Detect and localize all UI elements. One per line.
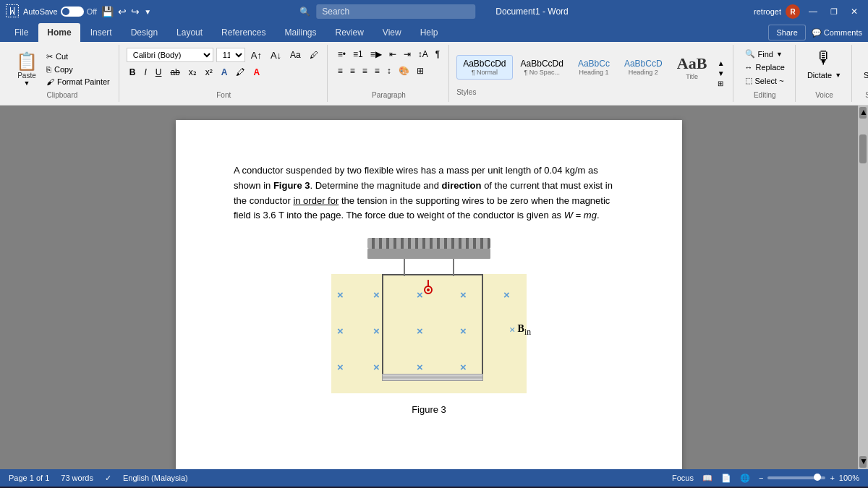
status-bar-right: Focus 📖 📄 🌐 − + 100% bbox=[672, 474, 859, 483]
close-button[interactable]: ✕ bbox=[846, 5, 862, 18]
copy-button[interactable]: ⎘ Copy bbox=[43, 64, 113, 75]
paste-dropdown[interactable]: ▼ bbox=[24, 80, 30, 87]
styles-content: AaBbCcDd ¶ Normal AaBbCcDd ¶ No Spac... … bbox=[456, 51, 713, 97]
tab-view[interactable]: View bbox=[374, 23, 410, 42]
borders-button[interactable]: ⊞ bbox=[414, 64, 427, 77]
line-spacing-button[interactable]: ↕ bbox=[384, 64, 394, 77]
scroll-thumb[interactable] bbox=[859, 134, 867, 163]
redo-icon[interactable]: ↪ bbox=[131, 6, 140, 17]
copy-icon: ⎘ bbox=[46, 65, 51, 74]
align-left-button[interactable]: ≡ bbox=[335, 64, 346, 77]
text-highlight-button[interactable]: 🖍 bbox=[233, 66, 247, 79]
document-scroll[interactable]: A conductor suspended by two flexible wi… bbox=[0, 106, 858, 469]
styles-group-label-row: Styles bbox=[456, 87, 713, 97]
style-normal[interactable]: AaBbCcDd ¶ Normal bbox=[456, 55, 512, 80]
zoom-out-button[interactable]: − bbox=[759, 474, 763, 482]
title-center: 🔍 Document1 - Word bbox=[299, 4, 568, 19]
ribbon: File Home Insert Design Layout Reference… bbox=[0, 23, 868, 42]
font-size-select[interactable]: 11 bbox=[216, 48, 245, 62]
print-layout-icon[interactable]: 📄 bbox=[721, 474, 731, 483]
document-text[interactable]: A conductor suspended by two flexible wi… bbox=[234, 163, 624, 223]
style-heading2[interactable]: AaBbCcD Heading 2 bbox=[618, 55, 669, 80]
minimize-button[interactable]: — bbox=[804, 5, 822, 18]
tab-design[interactable]: Design bbox=[122, 23, 166, 42]
align-right-button[interactable]: ≡ bbox=[359, 64, 370, 77]
share-button[interactable]: Share bbox=[768, 25, 805, 40]
numbering-button[interactable]: ≡1 bbox=[350, 48, 366, 61]
word-logo-icon: 🇼 bbox=[6, 4, 19, 20]
grow-font-button[interactable]: A↑ bbox=[248, 48, 265, 62]
dictate-button[interactable]: Dictate ▼ bbox=[803, 69, 846, 81]
dictate-icon[interactable]: 🎙 bbox=[815, 48, 833, 68]
search-input[interactable] bbox=[316, 4, 475, 19]
tab-insert[interactable]: Insert bbox=[82, 23, 121, 42]
select-button[interactable]: ⬚ Select ~ bbox=[741, 74, 788, 87]
restore-button[interactable]: ❐ bbox=[826, 6, 842, 18]
tab-home[interactable]: Home bbox=[38, 23, 80, 42]
style-no-spacing[interactable]: AaBbCcDd ¶ No Spac... bbox=[514, 55, 570, 80]
subscript-button[interactable]: x₂ bbox=[186, 66, 200, 79]
zoom-control: − + 100% bbox=[759, 474, 859, 482]
save-icon[interactable]: 💾 bbox=[101, 6, 114, 17]
replace-icon: ↔ bbox=[745, 63, 753, 72]
italic-button[interactable]: I bbox=[141, 66, 149, 79]
style-heading1[interactable]: AaBbCc Heading 1 bbox=[571, 55, 616, 80]
zoom-in-button[interactable]: + bbox=[830, 474, 834, 482]
tab-review[interactable]: Review bbox=[326, 23, 372, 42]
dictate-dropdown[interactable]: ▼ bbox=[835, 72, 841, 79]
find-button[interactable]: 🔍 Find ▼ bbox=[741, 48, 787, 60]
sensitivity-button[interactable]: Sensitivity bbox=[859, 69, 868, 81]
bin-x-mark: × bbox=[509, 324, 516, 336]
format-painter-button[interactable]: 🖌 Format Painter bbox=[43, 76, 113, 87]
page-info: Page 1 of 1 bbox=[9, 474, 49, 483]
ribbon-content: 📋 Paste ▼ ✂ Cut ⎘ Copy 🖌 Format Painter bbox=[0, 42, 868, 106]
font-row2: B I U ab x₂ x² A 🖍 A bbox=[127, 66, 263, 79]
font-color-button[interactable]: A bbox=[250, 66, 263, 79]
increase-indent-button[interactable]: ⇥ bbox=[401, 48, 414, 61]
focus-button[interactable]: Focus bbox=[672, 474, 694, 482]
shading-button[interactable]: 🎨 bbox=[396, 64, 412, 77]
multilevel-button[interactable]: ≡▶ bbox=[367, 48, 385, 61]
align-center-button[interactable]: ≡ bbox=[347, 64, 358, 77]
tab-file[interactable]: File bbox=[6, 23, 37, 42]
scroll-down-arrow[interactable]: ▼ bbox=[859, 456, 867, 468]
cut-button[interactable]: ✂ Cut bbox=[43, 51, 113, 63]
sort-button[interactable]: ↕A bbox=[415, 48, 431, 61]
paste-button[interactable]: 📋 Paste ▼ bbox=[12, 48, 42, 90]
style-title[interactable]: AaB Title bbox=[671, 51, 714, 84]
show-formatting-button[interactable]: ¶ bbox=[433, 48, 443, 61]
autosave-label: AutoSave bbox=[23, 7, 58, 16]
change-case-button[interactable]: Aa bbox=[287, 48, 304, 61]
zoom-level: 100% bbox=[839, 474, 859, 482]
superscript-button[interactable]: x² bbox=[203, 66, 216, 79]
bullets-button[interactable]: ≡• bbox=[335, 48, 349, 61]
zoom-slider[interactable] bbox=[767, 476, 825, 479]
scroll-bar[interactable]: ▲ ▼ bbox=[858, 106, 868, 469]
comments-button[interactable]: 💬 Comments bbox=[812, 28, 862, 38]
undo-icon[interactable]: ↩ bbox=[118, 6, 127, 17]
scroll-up-arrow[interactable]: ▲ bbox=[859, 107, 867, 119]
replace-button[interactable]: ↔ Replace bbox=[741, 61, 789, 73]
decrease-indent-button[interactable]: ⇤ bbox=[386, 48, 399, 61]
clear-format-button[interactable]: 🖊 bbox=[307, 48, 321, 61]
styles-scroll-down[interactable]: ▼ bbox=[715, 69, 727, 78]
styles-scroll-up[interactable]: ▲ bbox=[715, 59, 727, 68]
tab-references[interactable]: References bbox=[213, 23, 274, 42]
web-layout-icon[interactable]: 🌐 bbox=[740, 474, 750, 483]
tab-help[interactable]: Help bbox=[412, 23, 447, 42]
quick-access-dropdown[interactable]: ▼ bbox=[144, 8, 151, 16]
justify-button[interactable]: ≡ bbox=[372, 64, 383, 77]
tab-mailings[interactable]: Mailings bbox=[276, 23, 325, 42]
strikethrough-button[interactable]: ab bbox=[167, 66, 182, 79]
bold-button[interactable]: B bbox=[127, 66, 139, 79]
editing-group-content: 🔍 Find ▼ ↔ Replace ⬚ Select ~ bbox=[741, 48, 789, 90]
read-mode-icon[interactable]: 📖 bbox=[702, 474, 712, 483]
autosave-toggle[interactable] bbox=[61, 7, 84, 17]
underline-button[interactable]: U bbox=[153, 66, 165, 79]
find-dropdown[interactable]: ▼ bbox=[776, 51, 783, 58]
font-family-select[interactable]: Calibri (Body) bbox=[127, 48, 213, 62]
shrink-font-button[interactable]: A↓ bbox=[268, 48, 284, 62]
text-effects-button[interactable]: A bbox=[218, 66, 231, 79]
tab-layout[interactable]: Layout bbox=[168, 23, 211, 42]
styles-more[interactable]: ⊞ bbox=[715, 79, 727, 88]
